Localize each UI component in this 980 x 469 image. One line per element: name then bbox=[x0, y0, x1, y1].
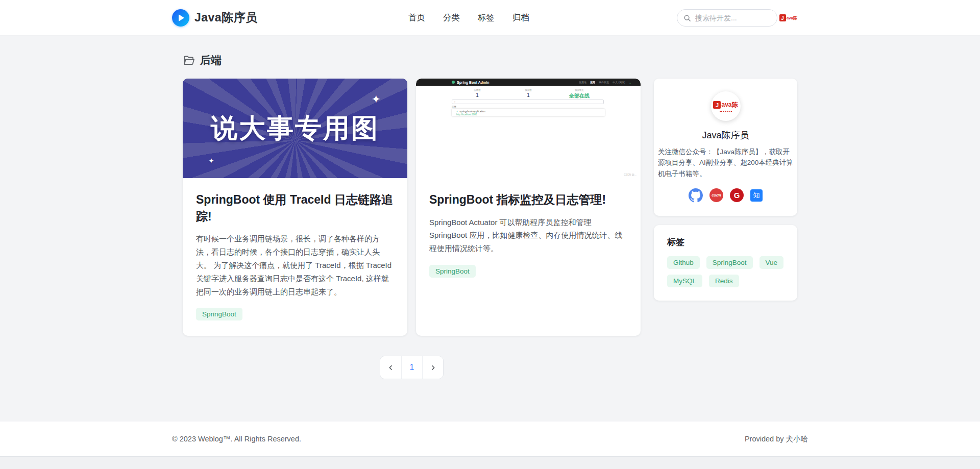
sba-app-row: ✓spring-boot-application http://localhos… bbox=[452, 109, 605, 116]
main-content: 后端 ✦ ✦ 说大事专用图 SpringBoot 使用 T bbox=[0, 36, 980, 422]
search-input[interactable] bbox=[695, 14, 771, 22]
sba-menu-item: 中文 (简体) bbox=[612, 81, 625, 84]
sba-filter-input: ▾ bbox=[452, 100, 604, 104]
tags-list: Github SpringBoot Vue MySQL Redis bbox=[667, 256, 784, 287]
sba-stat-label: 实例状态 bbox=[554, 89, 605, 91]
cover-banner-text: 说大事专用图 bbox=[211, 111, 379, 146]
nav-item-tags[interactable]: 标签 bbox=[478, 12, 495, 23]
sba-menu-item: 应用墙 bbox=[579, 81, 586, 84]
prev-page-button[interactable] bbox=[380, 356, 401, 379]
post-tag-springboot[interactable]: SpringBoot bbox=[429, 265, 476, 278]
sparkle-icon: ✦ bbox=[372, 93, 381, 106]
tag-springboot[interactable]: SpringBoot bbox=[706, 256, 753, 269]
sba-stat-value: 1 bbox=[503, 92, 554, 98]
play-icon bbox=[172, 9, 189, 27]
profile-name: Java陈序员 bbox=[657, 129, 794, 141]
mini-brand-logo-icon[interactable]: J ava陈 bbox=[779, 13, 797, 22]
mini-logo-text: ava陈 bbox=[787, 15, 797, 21]
category-header: 后端 bbox=[183, 53, 797, 67]
tag-mysql[interactable]: MySQL bbox=[667, 275, 702, 287]
mini-logo-letter: J bbox=[779, 14, 786, 21]
chevron-right-icon bbox=[430, 364, 436, 371]
profile-card: J ava陈 Java陈序员 关注微信公众号：【Java陈序员】，获取开源项目分… bbox=[654, 79, 797, 216]
avatar-logo-underline bbox=[720, 111, 732, 112]
post-tag-springboot[interactable]: SpringBoot bbox=[196, 308, 242, 320]
social-links: csdn G 知 bbox=[657, 188, 794, 203]
sba-section-label: 应用 bbox=[452, 106, 456, 108]
sidebar: J ava陈 Java陈序员 关注微信公众号：【Java陈序员】，获取开源项目分… bbox=[654, 79, 797, 301]
chevron-left-icon bbox=[387, 364, 394, 371]
sba-topbar: Spring Boot Admin 应用墙 应用 事件日志 中文 (简体) ⌄ bbox=[416, 79, 641, 86]
github-icon[interactable] bbox=[689, 188, 703, 203]
zhihu-icon[interactable]: 知 bbox=[750, 189, 763, 202]
search-box[interactable] bbox=[677, 9, 777, 27]
tags-card: 标签 Github SpringBoot Vue MySQL Redis bbox=[654, 225, 797, 301]
search-icon bbox=[683, 14, 691, 22]
chevron-down-icon: ⌄ bbox=[629, 81, 631, 84]
posts-column: ✦ ✦ 说大事专用图 SpringBoot 使用 TraceId 日志链路追踪!… bbox=[183, 79, 641, 379]
sba-menu-item: 事件日志 bbox=[599, 81, 609, 84]
header: Java陈序员 首页 分类 标签 归档 J ava陈 bbox=[0, 0, 980, 36]
pagination: 1 bbox=[380, 356, 444, 379]
main-nav: 首页 分类 标签 归档 bbox=[408, 0, 529, 36]
nav-item-categories[interactable]: 分类 bbox=[443, 12, 460, 23]
avatar[interactable]: J ava陈 bbox=[711, 91, 741, 121]
post-title[interactable]: SpringBoot 使用 TraceId 日志链路追踪! bbox=[196, 191, 394, 225]
post-excerpt: 有时候一个业务调用链场景，很长，调了各种各样的方法，看日志的时候，各个接口的日志… bbox=[196, 232, 394, 298]
sba-stat-label: 应用数 bbox=[452, 89, 503, 91]
sba-app-name: spring-boot-application bbox=[459, 110, 485, 113]
footer: © 2023 Weblog™. All Rights Reserved. Pro… bbox=[0, 422, 980, 456]
page-number-button[interactable]: 1 bbox=[401, 356, 422, 379]
sba-menu-item: 应用 bbox=[590, 81, 595, 84]
nav-item-archive[interactable]: 归档 bbox=[512, 12, 529, 23]
post-excerpt: SpringBoot Actuator 可以帮助程序员监控和管理 SpringB… bbox=[429, 216, 627, 255]
sba-watermark: CSDN @... bbox=[624, 173, 636, 176]
post-card-traceid[interactable]: ✦ ✦ 说大事专用图 SpringBoot 使用 TraceId 日志链路追踪!… bbox=[183, 79, 407, 336]
posts-grid: ✦ ✦ 说大事专用图 SpringBoot 使用 TraceId 日志链路追踪!… bbox=[183, 79, 641, 336]
sba-stat-label: 实例数 bbox=[503, 89, 554, 91]
page: Java陈序员 首页 分类 标签 归档 J ava陈 后端 bbox=[0, 0, 980, 469]
spring-logo-icon bbox=[452, 81, 455, 84]
bottom-strip bbox=[0, 456, 980, 469]
profile-bio: 关注微信公众号：【Java陈序员】，获取开源项目分享、AI副业分享、超200本经… bbox=[657, 146, 794, 179]
avatar-logo-text: ava陈 bbox=[721, 101, 738, 109]
tag-github[interactable]: Github bbox=[667, 256, 700, 269]
csdn-icon[interactable]: csdn bbox=[709, 188, 723, 202]
post-card-actuator[interactable]: Spring Boot Admin 应用墙 应用 事件日志 中文 (简体) ⌄ bbox=[416, 79, 641, 336]
sba-brand: Spring Boot Admin bbox=[457, 81, 489, 84]
gitee-icon[interactable]: G bbox=[730, 188, 744, 202]
post-cover-screenshot-image[interactable]: Spring Boot Admin 应用墙 应用 事件日志 中文 (简体) ⌄ bbox=[416, 79, 641, 178]
sba-stats: 应用数 1 实例数 1 实例状态 全部在线 bbox=[452, 89, 605, 100]
sba-status-value: 全部在线 bbox=[554, 92, 605, 100]
sba-stat-value: 1 bbox=[452, 92, 503, 98]
post-title[interactable]: SpringBoot 指标监控及日志管理! bbox=[429, 191, 606, 208]
tag-vue[interactable]: Vue bbox=[760, 256, 784, 269]
check-icon: ✓ bbox=[456, 110, 458, 113]
folder-open-icon bbox=[183, 54, 195, 66]
sba-menu: 应用墙 应用 事件日志 中文 (简体) ⌄ bbox=[579, 81, 631, 84]
post-cover-banner-image[interactable]: ✦ ✦ 说大事专用图 bbox=[183, 79, 407, 178]
avatar-logo-letter: J bbox=[713, 101, 721, 109]
tag-redis[interactable]: Redis bbox=[709, 275, 739, 287]
nav-item-home[interactable]: 首页 bbox=[408, 12, 425, 23]
sparkle-icon: ✦ bbox=[208, 157, 214, 165]
tags-card-title: 标签 bbox=[667, 236, 784, 248]
next-page-button[interactable] bbox=[422, 356, 443, 379]
footer-provided-by: Provided by 犬小哈 bbox=[745, 434, 808, 444]
site-title: Java陈序员 bbox=[194, 10, 258, 26]
site-logo[interactable]: Java陈序员 bbox=[172, 9, 258, 27]
category-title: 后端 bbox=[200, 53, 222, 67]
sba-app-url: http://localhost:8080 bbox=[456, 113, 605, 116]
footer-copyright: © 2023 Weblog™. All Rights Reserved. bbox=[172, 435, 301, 443]
